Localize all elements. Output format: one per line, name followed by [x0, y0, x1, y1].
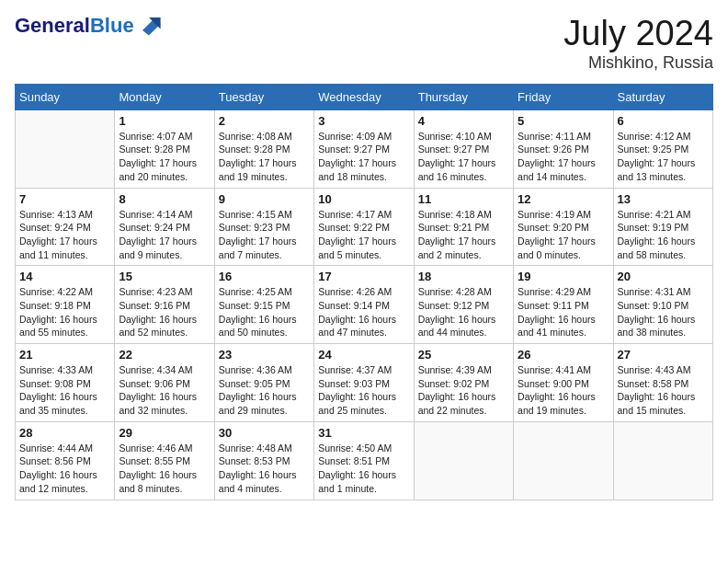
day-number: 20	[618, 270, 709, 283]
day-info: Sunrise: 4:44 AMSunset: 8:56 PMDaylight:…	[19, 442, 110, 496]
day-info: Sunrise: 4:12 AMSunset: 9:25 PMDaylight:…	[618, 130, 709, 184]
calendar-day-cell: 31Sunrise: 4:50 AMSunset: 8:51 PMDayligh…	[314, 421, 414, 500]
title-block: July 2024 Mishkino, Russia	[563, 15, 713, 73]
day-number: 13	[618, 192, 709, 206]
day-info: Sunrise: 4:11 AMSunset: 9:26 PMDaylight:…	[518, 130, 609, 184]
day-number: 10	[318, 192, 409, 206]
day-info: Sunrise: 4:23 AMSunset: 9:16 PMDaylight:…	[119, 285, 210, 339]
day-info: Sunrise: 4:15 AMSunset: 9:23 PMDaylight:…	[219, 208, 310, 262]
day-number: 3	[318, 114, 409, 128]
calendar-day-cell: 6Sunrise: 4:12 AMSunset: 9:25 PMDaylight…	[613, 109, 712, 188]
day-info: Sunrise: 4:07 AMSunset: 9:28 PMDaylight:…	[119, 130, 210, 184]
day-number: 17	[318, 270, 409, 283]
day-info: Sunrise: 4:26 AMSunset: 9:14 PMDaylight:…	[318, 285, 409, 339]
calendar-day-cell	[414, 421, 513, 500]
day-number: 27	[618, 348, 709, 362]
calendar-day-cell: 17Sunrise: 4:26 AMSunset: 9:14 PMDayligh…	[314, 266, 414, 344]
calendar-day-cell: 26Sunrise: 4:41 AMSunset: 9:00 PMDayligh…	[514, 344, 613, 422]
calendar-day-cell: 1Sunrise: 4:07 AMSunset: 9:28 PMDaylight…	[115, 109, 214, 188]
day-info: Sunrise: 4:36 AMSunset: 9:05 PMDaylight:…	[219, 363, 310, 418]
calendar-day-cell: 11Sunrise: 4:18 AMSunset: 9:21 PMDayligh…	[414, 188, 513, 266]
calendar-day-cell: 22Sunrise: 4:34 AMSunset: 9:06 PMDayligh…	[115, 344, 214, 422]
day-info: Sunrise: 4:33 AMSunset: 9:08 PMDaylight:…	[19, 363, 110, 418]
calendar-day-cell: 14Sunrise: 4:22 AMSunset: 9:18 PMDayligh…	[16, 266, 115, 344]
day-number: 12	[518, 192, 609, 206]
location: Mishkino, Russia	[563, 53, 713, 73]
day-info: Sunrise: 4:08 AMSunset: 9:28 PMDaylight:…	[219, 130, 310, 184]
day-info: Sunrise: 4:14 AMSunset: 9:24 PMDaylight:…	[119, 208, 210, 262]
day-info: Sunrise: 4:25 AMSunset: 9:15 PMDaylight:…	[219, 285, 310, 339]
calendar-day-cell: 16Sunrise: 4:25 AMSunset: 9:15 PMDayligh…	[214, 266, 313, 344]
calendar-day-cell: 30Sunrise: 4:48 AMSunset: 8:53 PMDayligh…	[214, 421, 313, 500]
weekday-header: Friday	[514, 84, 613, 109]
day-number: 8	[119, 192, 210, 206]
calendar-day-cell	[16, 109, 115, 188]
calendar-day-cell: 2Sunrise: 4:08 AMSunset: 9:28 PMDaylight…	[214, 109, 313, 188]
day-number: 4	[418, 114, 509, 128]
day-number: 24	[318, 348, 409, 362]
calendar-day-cell: 10Sunrise: 4:17 AMSunset: 9:22 PMDayligh…	[314, 188, 414, 266]
weekday-header: Tuesday	[214, 84, 313, 109]
day-number: 7	[19, 192, 110, 206]
day-info: Sunrise: 4:10 AMSunset: 9:27 PMDaylight:…	[418, 130, 509, 184]
day-info: Sunrise: 4:43 AMSunset: 8:58 PMDaylight:…	[618, 363, 709, 418]
day-info: Sunrise: 4:17 AMSunset: 9:22 PMDaylight:…	[318, 208, 409, 262]
day-info: Sunrise: 4:37 AMSunset: 9:03 PMDaylight:…	[318, 363, 409, 418]
day-number: 29	[119, 426, 210, 440]
calendar-day-cell: 13Sunrise: 4:21 AMSunset: 9:19 PMDayligh…	[613, 188, 712, 266]
page-header: GeneralBlue July 2024 Mishkino, Russia	[15, 15, 713, 73]
calendar-week-row: 1Sunrise: 4:07 AMSunset: 9:28 PMDaylight…	[16, 109, 713, 188]
day-info: Sunrise: 4:48 AMSunset: 8:53 PMDaylight:…	[219, 442, 310, 496]
calendar-day-cell: 19Sunrise: 4:29 AMSunset: 9:11 PMDayligh…	[514, 266, 613, 344]
calendar-week-row: 7Sunrise: 4:13 AMSunset: 9:24 PMDaylight…	[16, 188, 713, 266]
day-number: 6	[618, 114, 709, 128]
logo-text: GeneralBlue	[15, 15, 134, 37]
calendar-day-cell: 3Sunrise: 4:09 AMSunset: 9:27 PMDaylight…	[314, 109, 414, 188]
weekday-header: Sunday	[16, 84, 115, 109]
day-number: 31	[318, 426, 409, 440]
calendar-week-row: 14Sunrise: 4:22 AMSunset: 9:18 PMDayligh…	[16, 266, 713, 344]
calendar-week-row: 21Sunrise: 4:33 AMSunset: 9:08 PMDayligh…	[16, 344, 713, 422]
day-number: 2	[219, 114, 310, 128]
logo: GeneralBlue	[15, 15, 162, 37]
calendar-day-cell: 9Sunrise: 4:15 AMSunset: 9:23 PMDaylight…	[214, 188, 313, 266]
day-number: 9	[219, 192, 310, 206]
day-info: Sunrise: 4:09 AMSunset: 9:27 PMDaylight:…	[318, 130, 409, 184]
calendar-day-cell: 25Sunrise: 4:39 AMSunset: 9:02 PMDayligh…	[414, 344, 513, 422]
day-number: 15	[119, 270, 210, 283]
day-number: 21	[19, 348, 110, 362]
month-title: July 2024	[563, 15, 713, 53]
calendar-day-cell	[514, 421, 613, 500]
day-info: Sunrise: 4:50 AMSunset: 8:51 PMDaylight:…	[318, 442, 409, 496]
day-info: Sunrise: 4:18 AMSunset: 9:21 PMDaylight:…	[418, 208, 509, 262]
weekday-header: Thursday	[414, 84, 513, 109]
day-number: 25	[418, 348, 509, 362]
day-number: 14	[19, 270, 110, 283]
calendar-day-cell: 28Sunrise: 4:44 AMSunset: 8:56 PMDayligh…	[16, 421, 115, 500]
calendar-day-cell	[613, 421, 712, 500]
day-number: 1	[119, 114, 210, 128]
calendar-day-cell: 29Sunrise: 4:46 AMSunset: 8:55 PMDayligh…	[115, 421, 214, 500]
day-info: Sunrise: 4:39 AMSunset: 9:02 PMDaylight:…	[418, 363, 509, 418]
day-number: 5	[518, 114, 609, 128]
day-number: 11	[418, 192, 509, 206]
day-info: Sunrise: 4:13 AMSunset: 9:24 PMDaylight:…	[19, 208, 110, 262]
day-info: Sunrise: 4:22 AMSunset: 9:18 PMDaylight:…	[19, 285, 110, 339]
calendar-day-cell: 5Sunrise: 4:11 AMSunset: 9:26 PMDaylight…	[514, 109, 613, 188]
calendar-day-cell: 8Sunrise: 4:14 AMSunset: 9:24 PMDaylight…	[115, 188, 214, 266]
weekday-header: Monday	[115, 84, 214, 109]
calendar-day-cell: 18Sunrise: 4:28 AMSunset: 9:12 PMDayligh…	[414, 266, 513, 344]
weekday-header-row: SundayMondayTuesdayWednesdayThursdayFrid…	[16, 84, 713, 109]
day-info: Sunrise: 4:29 AMSunset: 9:11 PMDaylight:…	[518, 285, 609, 339]
day-info: Sunrise: 4:46 AMSunset: 8:55 PMDaylight:…	[119, 442, 210, 496]
day-number: 19	[518, 270, 609, 283]
day-info: Sunrise: 4:31 AMSunset: 9:10 PMDaylight:…	[618, 285, 709, 339]
calendar-day-cell: 15Sunrise: 4:23 AMSunset: 9:16 PMDayligh…	[115, 266, 214, 344]
calendar-day-cell: 20Sunrise: 4:31 AMSunset: 9:10 PMDayligh…	[613, 266, 712, 344]
day-number: 30	[219, 426, 310, 440]
calendar-day-cell: 7Sunrise: 4:13 AMSunset: 9:24 PMDaylight…	[16, 188, 115, 266]
logo-icon	[136, 11, 162, 37]
calendar-day-cell: 4Sunrise: 4:10 AMSunset: 9:27 PMDaylight…	[414, 109, 513, 188]
day-info: Sunrise: 4:41 AMSunset: 9:00 PMDaylight:…	[518, 363, 609, 418]
calendar-day-cell: 27Sunrise: 4:43 AMSunset: 8:58 PMDayligh…	[613, 344, 712, 422]
